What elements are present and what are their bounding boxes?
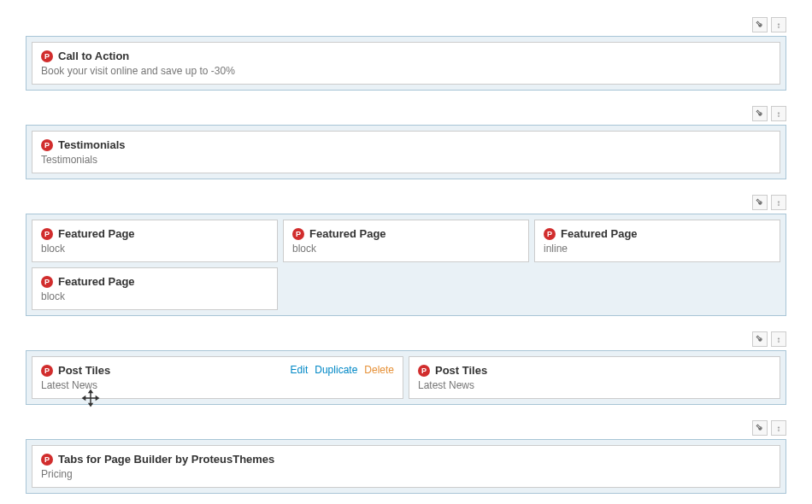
proteus-icon: P	[292, 228, 304, 240]
wrench-icon[interactable]	[752, 195, 768, 210]
proteus-icon: P	[418, 365, 430, 377]
widget-subtitle: inline	[544, 243, 771, 255]
widget-subtitle: Latest News	[41, 379, 394, 391]
expand-icon[interactable]	[771, 331, 786, 347]
widget-title: Call to Action	[58, 50, 129, 62]
edit-button[interactable]: Edit	[291, 364, 309, 376]
widget-title: Featured Page	[58, 275, 135, 288]
widget-featured-page[interactable]: P Featured Page block	[32, 267, 278, 310]
widget-subtitle: Pricing	[41, 468, 771, 480]
delete-button[interactable]: Delete	[364, 364, 394, 376]
proteus-icon: P	[41, 50, 53, 62]
duplicate-button[interactable]: Duplicate	[315, 364, 357, 376]
widget-title: Featured Page	[58, 227, 135, 240]
widget-post-tiles[interactable]: Edit Duplicate Delete P Post Tiles Lates…	[32, 356, 403, 399]
widget-featured-page[interactable]: P Featured Page block	[283, 220, 529, 262]
row-tools	[26, 195, 786, 210]
column: P Featured Page block P Featured Page bl…	[32, 220, 278, 310]
proteus-icon: P	[41, 365, 53, 377]
row-section: P Tabs for Page Builder by ProteusThemes…	[26, 420, 786, 494]
widget-featured-page[interactable]: P Featured Page block	[32, 220, 278, 262]
column: P Featured Page inline	[534, 220, 780, 310]
wrench-icon[interactable]	[752, 420, 768, 436]
widget-subtitle: Testimonials	[41, 154, 771, 166]
expand-icon[interactable]	[771, 106, 786, 121]
widget-subtitle: Book your visit online and save up to -3…	[41, 65, 771, 77]
widget-tabs[interactable]: P Tabs for Page Builder by ProteusThemes…	[32, 445, 780, 488]
widget-post-tiles[interactable]: P Post Tiles Latest News	[409, 356, 780, 399]
row-section: Edit Duplicate Delete P Post Tiles Lates…	[26, 331, 786, 405]
row-section: P Call to Action Book your visit online …	[26, 17, 786, 91]
row-wrap: P Featured Page block P Featured Page bl…	[26, 214, 786, 316]
row-section: P Featured Page block P Featured Page bl…	[26, 195, 786, 316]
proteus-icon: P	[41, 228, 53, 240]
row-wrap: P Testimonials Testimonials	[26, 125, 786, 179]
proteus-icon: P	[41, 454, 53, 466]
widget-testimonials[interactable]: P Testimonials Testimonials	[32, 131, 780, 173]
wrench-icon[interactable]	[752, 331, 768, 347]
row-tools	[26, 420, 786, 436]
widget-featured-page[interactable]: P Featured Page inline	[534, 220, 780, 262]
row-wrap: P Call to Action Book your visit online …	[26, 36, 786, 91]
row-tools	[26, 106, 786, 121]
row-wrap: Edit Duplicate Delete P Post Tiles Lates…	[26, 350, 786, 405]
row-section: P Testimonials Testimonials	[26, 106, 786, 179]
wrench-icon[interactable]	[752, 106, 768, 121]
widget-title: Testimonials	[58, 138, 126, 151]
widget-title: Tabs for Page Builder by ProteusThemes	[58, 453, 274, 466]
proteus-icon: P	[544, 228, 556, 240]
expand-icon[interactable]	[771, 17, 786, 32]
widget-subtitle: block	[292, 243, 520, 255]
widget-title: Post Tiles	[58, 364, 110, 377]
row-wrap: P Tabs for Page Builder by ProteusThemes…	[26, 439, 786, 494]
column: Edit Duplicate Delete P Post Tiles Lates…	[32, 356, 403, 399]
column: P Tabs for Page Builder by ProteusThemes…	[32, 445, 780, 488]
column: P Call to Action Book your visit online …	[32, 42, 780, 85]
widget-title: Featured Page	[561, 227, 638, 240]
widget-actions: Edit Duplicate Delete	[291, 364, 394, 376]
proteus-icon: P	[41, 276, 53, 288]
expand-icon[interactable]	[771, 195, 786, 210]
widget-title: Post Tiles	[435, 364, 487, 377]
wrench-icon[interactable]	[752, 17, 768, 32]
column: P Testimonials Testimonials	[32, 131, 780, 173]
widget-title: Featured Page	[309, 227, 386, 240]
proteus-icon: P	[41, 139, 53, 151]
widget-call-to-action[interactable]: P Call to Action Book your visit online …	[32, 42, 780, 85]
expand-icon[interactable]	[771, 420, 786, 436]
widget-subtitle: block	[41, 243, 268, 255]
widget-subtitle: block	[41, 290, 268, 302]
widget-subtitle: Latest News	[418, 379, 771, 391]
row-tools	[26, 17, 786, 32]
column: P Post Tiles Latest News	[409, 356, 780, 399]
column: P Featured Page block	[283, 220, 529, 310]
row-tools	[26, 331, 786, 347]
